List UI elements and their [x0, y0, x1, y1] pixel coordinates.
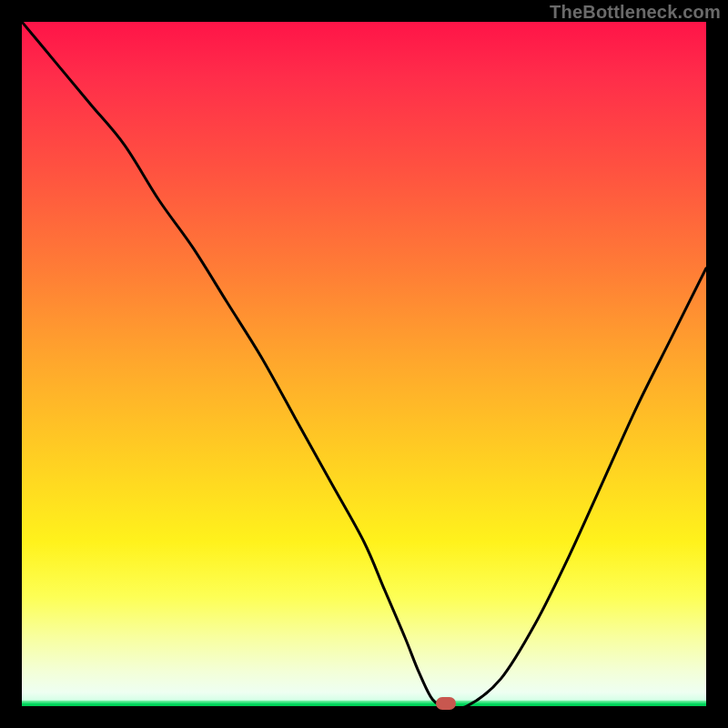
- optimal-point-marker: [436, 697, 456, 710]
- plot-area: [22, 22, 706, 706]
- watermark-text: TheBottleneck.com: [550, 2, 721, 23]
- green-baseline-strip: [22, 701, 706, 706]
- chart-frame: TheBottleneck.com: [0, 0, 728, 728]
